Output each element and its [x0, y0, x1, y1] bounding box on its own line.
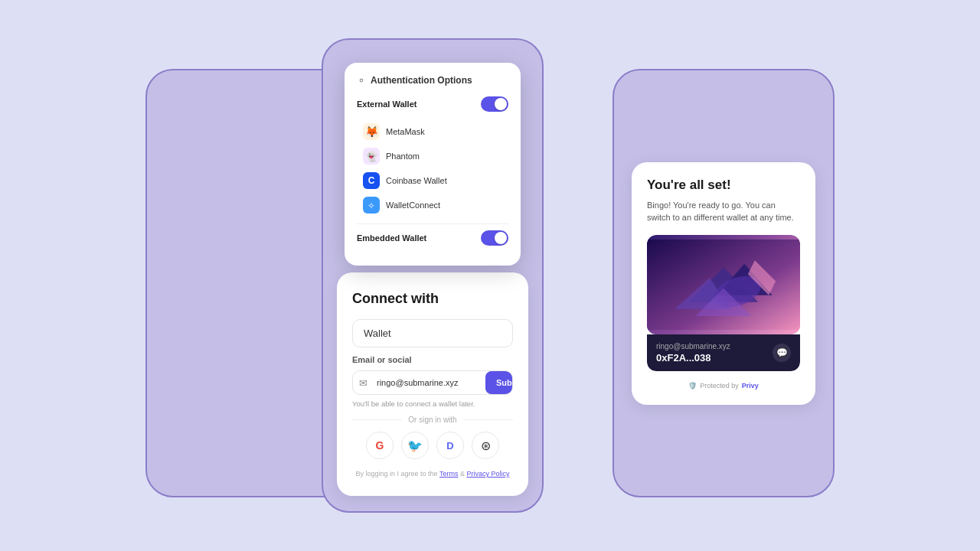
connect-title: Connect with [352, 291, 513, 307]
phantom-icon: 👻 [363, 148, 380, 165]
auth-popup-title: Authentication Options [371, 75, 472, 86]
wallet-item-phantom[interactable]: 👻 Phantom [357, 144, 508, 168]
or-text: Or sign in with [408, 416, 456, 424]
coinbase-label: Coinbase Wallet [386, 176, 447, 185]
google-signin-button[interactable]: G [366, 432, 394, 459]
allset-title: You're all set! [647, 178, 800, 193]
wallet-email: ringo@submarine.xyz [656, 342, 730, 350]
external-wallet-toggle[interactable] [481, 96, 508, 112]
main-scene: You're all set! Bingo! You're ready to g… [145, 23, 835, 528]
twitter-signin-button[interactable]: 🐦 [401, 432, 429, 459]
terms-text: By logging in I agree to the Terms & Pri… [352, 470, 513, 478]
metamask-icon: 🦊 [363, 123, 380, 140]
embedded-wallet-row: Embedded Wallet [357, 230, 508, 246]
auth-popup-header: Authentication Options [357, 75, 508, 86]
or-line-right [463, 419, 513, 420]
connect-hint: You'll be able to connect a wallet later… [352, 399, 513, 408]
protected-text: Protected by [700, 382, 739, 390]
external-wallet-label: External Wallet [357, 99, 416, 109]
email-input[interactable] [374, 371, 485, 394]
chat-icon[interactable]: 💬 [773, 344, 791, 362]
phantom-label: Phantom [386, 152, 420, 161]
social-icons-row: G 🐦 D ⊛ [352, 432, 513, 459]
wallet-info: ringo@submarine.xyz 0xF2A...038 💬 [647, 334, 800, 371]
gear-icon [357, 76, 366, 85]
walletconnect-label: WalletConnect [386, 201, 440, 210]
coinbase-icon: C [363, 172, 380, 189]
wallet-item-metamask[interactable]: 🦊 MetaMask [357, 119, 508, 144]
submit-button[interactable]: Submit [485, 371, 513, 394]
privacy-link[interactable]: Privacy Policy [466, 470, 509, 478]
email-section-label: Email or social [352, 355, 513, 364]
email-input-row: ✉ Submit [352, 370, 513, 395]
metamask-label: MetaMask [386, 127, 425, 136]
external-wallet-row: External Wallet [357, 96, 508, 112]
terms-link[interactable]: Terms [439, 470, 459, 478]
discord-signin-button[interactable]: D [436, 432, 464, 459]
connect-card: Connect with Wallet Email or social ✉ Su… [337, 272, 528, 496]
embedded-wallet-toggle[interactable] [481, 230, 508, 246]
protected-footer: 🛡️ Protected by Privy [647, 382, 800, 390]
github-signin-button[interactable]: ⊛ [472, 432, 499, 459]
allset-description: Bingo! You're ready to go. You can switc… [647, 199, 800, 224]
shield-icon: 🛡️ [688, 382, 697, 390]
embedded-wallet-label: Embedded Wallet [357, 233, 426, 243]
email-icon: ✉ [353, 377, 374, 389]
allset-card: You're all set! Bingo! You're ready to g… [632, 162, 815, 405]
terms-prefix: By logging in I agree to the [356, 470, 438, 478]
privy-link[interactable]: Privy [742, 382, 759, 390]
wallet-item-coinbase[interactable]: C Coinbase Wallet [357, 168, 508, 193]
or-divider: Or sign in with [352, 416, 513, 424]
wallet-item-walletconnect[interactable]: ⟡ WalletConnect [357, 193, 508, 217]
phone-right: You're all set! Bingo! You're ready to g… [612, 69, 835, 497]
or-line-left [352, 419, 402, 420]
walletconnect-icon: ⟡ [363, 197, 380, 214]
auth-popup: Authentication Options External Wallet 🦊… [345, 63, 521, 266]
popup-divider [357, 223, 508, 224]
nft-preview [647, 235, 800, 334]
wallet-button[interactable]: Wallet [352, 319, 513, 347]
phone-center: Authentication Options External Wallet 🦊… [322, 38, 544, 513]
wallet-address: 0xF2A...038 [656, 352, 730, 364]
